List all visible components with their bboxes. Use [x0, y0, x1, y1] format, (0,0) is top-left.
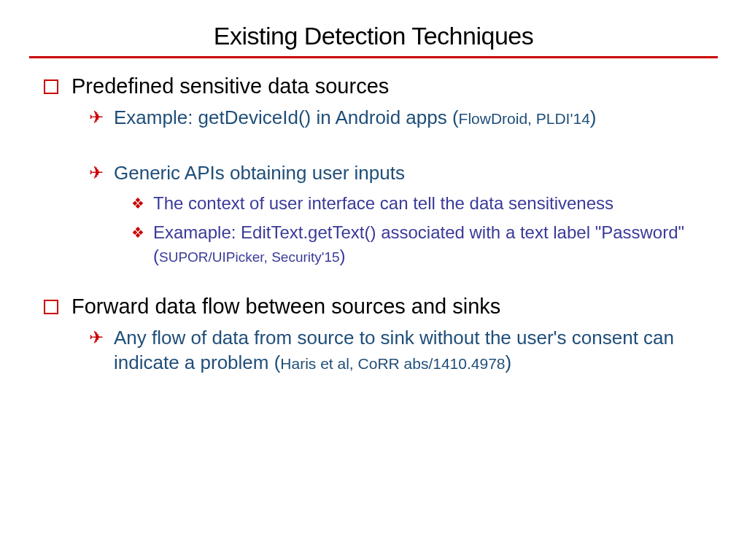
bullet-level2: ✈ Example: getDeviceId() in Android apps… — [89, 106, 703, 131]
bullet-text: Predefined sensitive data sources — [71, 74, 389, 98]
bullet-level1: Predefined sensitive data sources — [44, 74, 703, 98]
slide-content: Predefined sensitive data sources ✈ Exam… — [29, 74, 718, 375]
plane-bullet-icon: ✈ — [89, 327, 104, 349]
title-underline — [29, 56, 718, 58]
bullet-text: Generic APIs obtaining user inputs — [114, 161, 405, 186]
square-bullet-icon — [44, 300, 58, 314]
bullet-level2: ✈ Generic APIs obtaining user inputs — [89, 161, 703, 186]
bullet-level1: Forward data flow between sources and si… — [44, 295, 703, 319]
bullet-text: Forward data flow between sources and si… — [71, 295, 500, 319]
bullet-text: Example: getDeviceId() in Android apps (… — [114, 106, 597, 131]
plane-bullet-icon: ✈ — [89, 107, 104, 128]
bullet-level3: ❖ The context of user interface can tell… — [131, 192, 703, 215]
bullet-level3: ❖ Examaple: EditText.getText() associate… — [131, 221, 703, 268]
square-bullet-icon — [44, 79, 58, 94]
bullet-text: Examaple: EditText.getText() associated … — [153, 221, 703, 268]
diamond-bullet-icon: ❖ — [131, 224, 144, 241]
bullet-level2: ✈ Any flow of data from source to sink w… — [89, 326, 703, 376]
diamond-bullet-icon: ❖ — [131, 195, 144, 212]
bullet-text: Any flow of data from source to sink wit… — [114, 326, 703, 376]
slide-title: Existing Detection Techniques — [29, 22, 718, 50]
plane-bullet-icon: ✈ — [89, 163, 104, 184]
bullet-text: The context of user interface can tell t… — [153, 192, 614, 215]
